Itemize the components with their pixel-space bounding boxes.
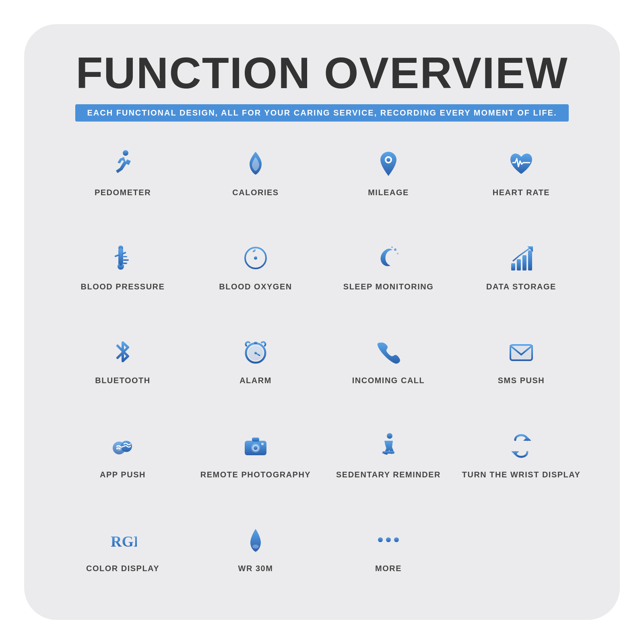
mileage-icon [370, 146, 407, 182]
svg-point-52 [386, 537, 391, 542]
mileage-label: MILEAGE [368, 188, 409, 197]
sedentary-reminder-icon [370, 428, 407, 464]
turn-wrist-icon [503, 428, 539, 464]
svg-rect-13 [123, 262, 126, 264]
svg-rect-11 [123, 256, 127, 257]
sedentary-reminder-label: SEDENTARY REMINDER [336, 470, 441, 479]
svg-rect-12 [123, 259, 126, 260]
svg-point-2 [386, 158, 390, 162]
turn-wrist-label: TURN THE WRIST DISPLAY [462, 470, 581, 479]
features-grid: PEDOMETER CALORIES [56, 138, 588, 600]
feature-sleep-monitoring: SLEEP MONITORING [322, 232, 455, 318]
blood-pressure-label: BLOOD PRESSURE [81, 282, 165, 291]
calories-icon [237, 146, 274, 182]
feature-sedentary-reminder: SEDENTARY REMINDER [322, 420, 455, 506]
feature-color-display: RGB COLOR DISPLAY [56, 514, 189, 600]
svg-rect-26 [528, 250, 532, 270]
svg-point-20 [394, 248, 396, 251]
feature-alarm: ALARM [189, 326, 322, 412]
alarm-label: ALARM [239, 376, 272, 385]
sleep-monitoring-icon [370, 240, 407, 276]
svg-point-51 [378, 537, 383, 542]
feature-calories: CALORIES [189, 138, 322, 224]
incoming-call-label: INCOMING CALL [352, 376, 425, 385]
svg-rect-24 [517, 259, 521, 270]
feature-wr30m: WR 30M [189, 514, 322, 600]
subtitle-text: EACH FUNCTIONAL DESIGN, ALL FOR YOUR CAR… [87, 108, 557, 118]
sms-push-icon [503, 334, 539, 370]
svg-rect-33 [254, 342, 257, 344]
sms-push-label: SMS PUSH [498, 376, 545, 385]
feature-incoming-call: INCOMING CALL [322, 326, 455, 412]
color-display-icon: RGB [105, 522, 141, 558]
remote-photography-label: REMOTE PHOTOGRAPHY [200, 470, 311, 479]
svg-point-53 [394, 537, 399, 542]
incoming-call-icon [370, 334, 407, 370]
svg-marker-47 [523, 437, 531, 441]
pedometer-label: PEDOMETER [95, 188, 151, 197]
feature-app-push: APP PUSH [56, 420, 189, 506]
remote-photography-icon [237, 428, 274, 464]
blood-oxygen-icon [237, 240, 274, 276]
svg-point-45 [387, 433, 392, 439]
wr30m-icon [237, 522, 274, 558]
blood-oxygen-label: BLOOD OXYGEN [219, 282, 292, 291]
feature-mileage: MILEAGE [322, 138, 455, 224]
data-storage-icon [503, 240, 539, 276]
svg-rect-46 [382, 451, 394, 454]
subtitle-bar: EACH FUNCTIONAL DESIGN, ALL FOR YOUR CAR… [75, 104, 569, 122]
svg-point-22 [391, 246, 393, 248]
feature-heart-rate: HEART RATE [455, 138, 588, 224]
heart-rate-label: HEART RATE [493, 188, 550, 197]
feature-blood-pressure: BLOOD PRESSURE [56, 232, 189, 318]
svg-text:RGB: RGB [111, 533, 137, 550]
feature-turn-wrist: TURN THE WRIST DISPLAY [455, 420, 588, 506]
svg-point-21 [397, 253, 398, 254]
svg-point-50 [252, 545, 259, 549]
blood-pressure-icon [105, 240, 141, 276]
svg-point-43 [254, 446, 258, 450]
feature-blood-oxygen: BLOOD OXYGEN [189, 232, 322, 318]
feature-sms-push: SMS PUSH [455, 326, 588, 412]
svg-point-32 [254, 352, 257, 354]
svg-rect-40 [252, 438, 259, 442]
app-push-label: APP PUSH [100, 470, 146, 479]
svg-point-44 [261, 443, 264, 445]
calories-label: CALORIES [232, 188, 279, 197]
app-push-icon [105, 428, 141, 464]
main-card: FUNCTION OVERVIEW EACH FUNCTIONAL DESIGN… [24, 24, 620, 620]
svg-rect-25 [522, 255, 526, 270]
pedometer-icon [105, 146, 141, 182]
heart-rate-icon [503, 146, 539, 182]
svg-rect-10 [120, 250, 122, 266]
svg-rect-23 [511, 263, 515, 270]
alarm-icon [237, 334, 274, 370]
sleep-monitoring-label: SLEEP MONITORING [343, 282, 433, 291]
page-title: FUNCTION OVERVIEW [76, 48, 568, 97]
feature-more: MORE [322, 514, 455, 600]
svg-marker-48 [511, 451, 519, 455]
svg-rect-35 [510, 345, 532, 360]
svg-point-15 [254, 256, 257, 260]
svg-point-0 [123, 150, 128, 156]
feature-data-storage: DATA STORAGE [455, 232, 588, 318]
more-icon [370, 522, 407, 558]
feature-pedometer: PEDOMETER [56, 138, 189, 224]
bluetooth-icon [105, 334, 141, 370]
data-storage-label: DATA STORAGE [486, 282, 556, 291]
feature-bluetooth: BLUETOOTH [56, 326, 189, 412]
bluetooth-label: BLUETOOTH [95, 376, 151, 385]
feature-remote-photography: REMOTE PHOTOGRAPHY [189, 420, 322, 506]
color-display-label: COLOR DISPLAY [86, 564, 159, 573]
more-label: MORE [375, 564, 402, 573]
wr30m-label: WR 30M [238, 564, 273, 573]
